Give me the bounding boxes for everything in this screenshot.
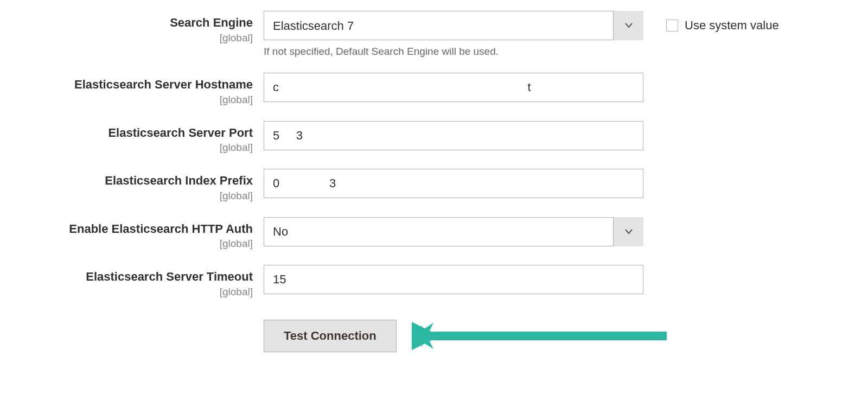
scope-label: [global] [0, 94, 253, 106]
input-column: No [253, 217, 643, 246]
use-system-value-checkbox[interactable] [666, 20, 678, 31]
hostname-row: Elasticsearch Server Hostname [global] [0, 73, 868, 106]
button-row: Test Connection [0, 320, 868, 352]
timeout-label: Elasticsearch Server Timeout [86, 270, 253, 283]
hostname-label: Elasticsearch Server Hostname [74, 78, 253, 91]
port-input[interactable] [264, 121, 643, 150]
label-column: Search Engine [global] [0, 11, 253, 44]
arrow-annotation-icon [412, 320, 672, 352]
search-engine-helper: If not specified, Default Search Engine … [264, 46, 643, 58]
use-system-value-column: Use system value [643, 11, 779, 33]
test-connection-button[interactable]: Test Connection [264, 320, 397, 352]
use-system-value-label[interactable]: Use system value [685, 18, 779, 33]
search-engine-row: Search Engine [global] Elasticsearch 7 I… [0, 11, 868, 58]
label-column: Enable Elasticsearch HTTP Auth [global] [0, 217, 253, 250]
scope-label: [global] [0, 142, 253, 154]
timeout-row: Elasticsearch Server Timeout [global] [0, 265, 868, 298]
http-auth-label: Enable Elasticsearch HTTP Auth [69, 222, 253, 236]
input-column [253, 73, 643, 102]
http-auth-select-wrapper: No [264, 217, 643, 246]
hostname-input[interactable] [264, 73, 643, 102]
input-column [253, 169, 643, 198]
port-row: Elasticsearch Server Port [global] [0, 121, 868, 154]
input-column [253, 121, 643, 150]
elasticsearch-config-form: Search Engine [global] Elasticsearch 7 I… [0, 11, 868, 352]
scope-label: [global] [0, 190, 253, 202]
timeout-input[interactable] [264, 265, 643, 294]
button-column: Test Connection [0, 320, 397, 352]
label-column: Elasticsearch Server Hostname [global] [0, 73, 253, 106]
http-auth-select[interactable]: No [264, 217, 643, 246]
port-label: Elasticsearch Server Port [108, 126, 253, 139]
scope-label: [global] [0, 238, 253, 250]
search-engine-select-wrapper: Elasticsearch 7 [264, 11, 643, 40]
index-prefix-row: Elasticsearch Index Prefix [global] [0, 169, 868, 202]
search-engine-label: Search Engine [170, 16, 253, 29]
http-auth-row: Enable Elasticsearch HTTP Auth [global] … [0, 217, 868, 250]
scope-label: [global] [0, 286, 253, 298]
label-column: Elasticsearch Server Timeout [global] [0, 265, 253, 298]
label-column: Elasticsearch Server Port [global] [0, 121, 253, 154]
input-column [253, 265, 643, 294]
search-engine-select[interactable]: Elasticsearch 7 [264, 11, 643, 40]
index-prefix-input[interactable] [264, 169, 643, 198]
label-column: Elasticsearch Index Prefix [global] [0, 169, 253, 202]
scope-label: [global] [0, 32, 253, 44]
input-column: Elasticsearch 7 If not specified, Defaul… [253, 11, 643, 58]
index-prefix-label: Elasticsearch Index Prefix [105, 174, 253, 187]
